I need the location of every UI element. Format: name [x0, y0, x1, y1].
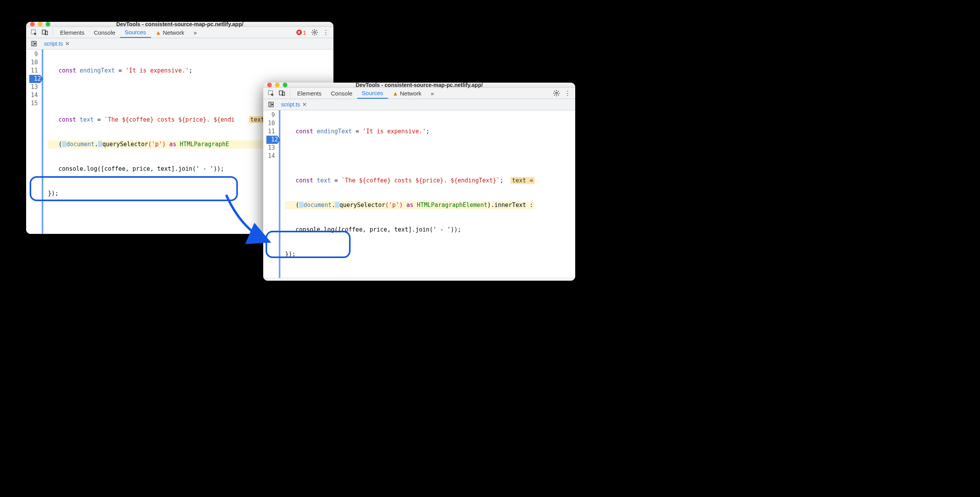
editor-status-bar: Line 12, Column 4 (From index.a8c1ec6b.j… [263, 278, 575, 281]
devtools-window-after: DevTools - consistent-source-map-pc.netl… [263, 83, 575, 281]
line-number: 14 [266, 152, 275, 160]
line-gutter: 9 10 11 12 13 14 15 [26, 50, 43, 234]
code-line: console.log([coffee, price, text].join('… [285, 226, 535, 234]
code-line [285, 152, 535, 160]
main-toolbar: Elements Console Sources ▲Network » ⋮ [263, 88, 575, 99]
more-tabs-icon[interactable]: » [426, 88, 438, 99]
maximize-window-icon[interactable] [283, 83, 287, 87]
tab-console[interactable]: Console [89, 27, 120, 38]
close-window-icon[interactable] [267, 83, 272, 87]
file-tab-script[interactable]: script.ts ✕ [279, 101, 309, 108]
tab-sources[interactable]: Sources [357, 88, 388, 99]
warning-icon: ▲ [393, 90, 399, 97]
breakpoint-line-number[interactable]: 12 [29, 75, 43, 83]
step-marker-icon [98, 141, 102, 147]
tab-network[interactable]: ▲Network [388, 88, 426, 99]
code-line: const text = `The ${coffee} costs ${pric… [285, 177, 535, 185]
line-number: 9 [29, 50, 38, 58]
kebab-menu-icon[interactable]: ⋮ [320, 27, 331, 38]
window-title: DevTools - consistent-source-map-pc.netl… [26, 22, 333, 27]
device-toggle-icon[interactable] [276, 88, 287, 99]
inline-value-hint: text = [510, 177, 535, 184]
toggle-panel-icon[interactable] [560, 278, 571, 281]
file-name: script.ts [44, 41, 63, 47]
step-marker-icon [62, 141, 66, 147]
code-line: }); [285, 250, 535, 258]
navigator-toggle-icon[interactable] [266, 99, 276, 110]
more-tabs-icon[interactable]: » [189, 27, 201, 38]
tab-sources[interactable]: Sources [120, 27, 151, 38]
code-line: const text = `The ${coffee} costs ${pric… [48, 116, 266, 124]
error-badge[interactable]: ✕1 [296, 29, 306, 36]
file-tab-bar: script.ts ✕ [263, 99, 575, 110]
separator [53, 28, 53, 36]
code-line: }); [48, 189, 266, 198]
warning-icon: ▲ [156, 29, 161, 36]
file-tab-script[interactable]: script.ts ✕ [42, 41, 72, 47]
titlebar[interactable]: DevTools - consistent-source-map-pc.netl… [263, 83, 575, 88]
code-line: console.log([coffee, price, text].join('… [48, 165, 266, 173]
code-line-paused: (document.querySelector('p') as HTMLPara… [48, 140, 266, 149]
close-window-icon[interactable] [30, 22, 35, 27]
titlebar[interactable]: DevTools - consistent-source-map-pc.netl… [26, 22, 333, 27]
settings-icon[interactable] [551, 88, 562, 99]
svg-marker-19 [271, 103, 273, 105]
code-line [48, 91, 266, 99]
line-gutter: 9 10 11 12 13 14 [263, 110, 280, 278]
line-number: 10 [266, 119, 275, 127]
window-controls [30, 22, 50, 27]
step-marker-icon [335, 202, 339, 208]
tab-network[interactable]: ▲Network [151, 27, 189, 38]
line-number: 13 [29, 83, 38, 91]
kebab-menu-icon[interactable]: ⋮ [562, 88, 573, 99]
minimize-window-icon[interactable] [38, 22, 43, 27]
settings-icon[interactable] [309, 27, 320, 38]
line-number: 10 [29, 58, 38, 67]
svg-marker-6 [34, 42, 35, 44]
close-tab-icon[interactable]: ✕ [65, 41, 70, 47]
error-icon: ✕ [296, 30, 302, 35]
line-number: 13 [266, 144, 275, 152]
code-line: const endingText = 'It is expensive.'; [285, 127, 535, 136]
code-area[interactable]: const endingText = 'It is expensive.'; c… [280, 110, 535, 278]
line-number: 14 [29, 91, 38, 99]
svg-point-3 [314, 32, 316, 34]
window-controls [267, 83, 287, 87]
line-number: 11 [29, 67, 38, 75]
window-title: DevTools - consistent-source-map-pc.netl… [263, 83, 575, 88]
line-number: 9 [266, 111, 275, 119]
main-toolbar: Elements Console Sources ▲Network » ✕1 ⋮ [26, 27, 333, 38]
code-editor[interactable]: 9 10 11 12 13 14 const endingText = 'It … [263, 110, 575, 278]
file-tab-bar: script.ts ✕ [26, 38, 333, 50]
navigator-toggle-icon[interactable] [28, 38, 39, 49]
tab-elements[interactable]: Elements [292, 88, 326, 99]
file-name: script.ts [281, 101, 300, 108]
svg-point-16 [556, 92, 558, 94]
inspect-icon[interactable] [28, 27, 39, 38]
line-number: 15 [29, 99, 38, 108]
breakpoint-line-number[interactable]: 12 [266, 136, 280, 144]
step-marker-icon [299, 202, 303, 208]
tab-console[interactable]: Console [326, 88, 357, 99]
maximize-window-icon[interactable] [46, 22, 50, 27]
code-line [48, 214, 266, 222]
line-number: 11 [266, 127, 275, 136]
minimize-window-icon[interactable] [275, 83, 280, 87]
code-area[interactable]: const endingText = 'It is expensive.'; c… [43, 50, 266, 234]
code-line: const endingText = 'It is expensive.'; [48, 67, 266, 75]
close-tab-icon[interactable]: ✕ [302, 101, 307, 108]
separator [290, 89, 290, 97]
inspect-icon[interactable] [266, 88, 276, 99]
device-toggle-icon[interactable] [39, 27, 50, 38]
code-line-paused: (document.querySelector('p') as HTMLPara… [285, 201, 535, 209]
tab-elements[interactable]: Elements [55, 27, 89, 38]
